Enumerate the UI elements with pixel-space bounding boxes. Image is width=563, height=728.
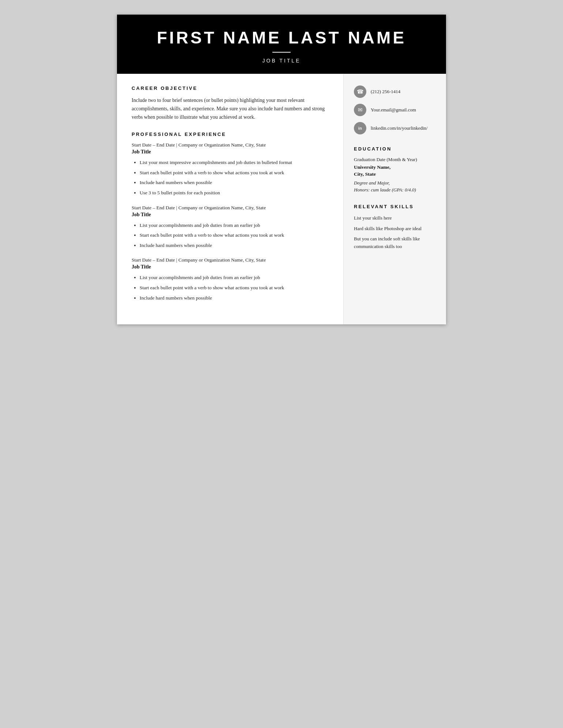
date-company-1: Start Date – End Date | Company or Organ…: [132, 142, 330, 148]
career-objective-section: CAREER OBJECTIVE Include two to four bri…: [132, 85, 330, 121]
bullet-3-2: Start each bullet point with a verb to s…: [140, 284, 330, 292]
bullet-1-2: Start each bullet point with a verb to s…: [140, 169, 330, 177]
bullet-3-1: List your accomplishments and job duties…: [140, 274, 330, 282]
header-divider: [272, 52, 291, 53]
experience-title: PROFESSIONAL EXPERIENCE: [132, 132, 330, 137]
phone-icon: ☎: [354, 85, 366, 98]
education-title: EDUCATION: [354, 146, 436, 152]
education-section: EDUCATION Graduation Date (Month & Year)…: [354, 146, 436, 194]
career-objective-title: CAREER OBJECTIVE: [132, 85, 330, 91]
skill-item-2: Hard skills like Photoshop are ideal: [354, 225, 436, 233]
bullet-2-2: Start each bullet point with a verb to s…: [140, 231, 330, 239]
experience-entry-3: Start Date – End Date | Company or Organ…: [132, 257, 330, 302]
email-text: Your.email@gmail.com: [371, 107, 416, 113]
bullet-1-3: Include hard numbers when possible: [140, 179, 330, 187]
resume-page: FIRST NAME LAST NAME JOB TITLE CAREER OB…: [117, 15, 446, 324]
grad-date: Graduation Date (Month & Year): [354, 157, 436, 163]
bullets-1: List your most impressive accomplishment…: [140, 159, 330, 197]
date-company-3: Start Date – End Date | Company or Organ…: [132, 257, 330, 263]
linkedin-icon: in: [354, 122, 366, 134]
right-column: ☎ (212) 256-1414 ✉ Your.email@gmail.com …: [344, 74, 446, 324]
bullet-2-1: List your accomplishments and job duties…: [140, 221, 330, 229]
skills-section: RELEVANT SKILLS List your skills here Ha…: [354, 204, 436, 251]
university-name: University Name, City, State: [354, 164, 436, 178]
resume-body: CAREER OBJECTIVE Include two to four bri…: [117, 74, 446, 324]
bullet-1-4: Use 3 to 5 bullet points for each positi…: [140, 189, 330, 197]
full-name: FIRST NAME LAST NAME: [132, 28, 431, 47]
resume-header: FIRST NAME LAST NAME JOB TITLE: [117, 15, 446, 74]
contact-phone: ☎ (212) 256-1414: [354, 85, 436, 98]
job-title-entry-2: Job Title: [132, 212, 330, 218]
experience-entry-2: Start Date – End Date | Company or Organ…: [132, 205, 330, 249]
linkedin-text: linkedin.com/in/yourlinkedin/: [371, 125, 428, 131]
bullet-3-3: Include hard numbers when possible: [140, 294, 330, 302]
bullets-2: List your accomplishments and job duties…: [140, 221, 330, 249]
skills-title: RELEVANT SKILLS: [354, 204, 436, 209]
skill-item-1: List your skills here: [354, 214, 436, 222]
email-icon: ✉: [354, 104, 366, 116]
experience-section: PROFESSIONAL EXPERIENCE Start Date – End…: [132, 132, 330, 302]
contact-email: ✉ Your.email@gmail.com: [354, 104, 436, 116]
bullets-3: List your accomplishments and job duties…: [140, 274, 330, 302]
bullet-2-3: Include hard numbers when possible: [140, 241, 330, 249]
left-column: CAREER OBJECTIVE Include two to four bri…: [117, 74, 344, 324]
career-objective-text: Include two to four brief sentences (or …: [132, 96, 330, 121]
bullet-1-1: List your most impressive accomplishment…: [140, 159, 330, 167]
header-job-title: JOB TITLE: [132, 58, 431, 64]
phone-text: (212) 256-1414: [371, 89, 400, 95]
contact-section: ☎ (212) 256-1414 ✉ Your.email@gmail.com …: [354, 85, 436, 134]
experience-entry-1: Start Date – End Date | Company or Organ…: [132, 142, 330, 197]
degree-info: Degree and Major, Honors: cum laude (GPA…: [354, 179, 436, 194]
date-company-2: Start Date – End Date | Company or Organ…: [132, 205, 330, 211]
contact-linkedin: in linkedin.com/in/yourlinkedin/: [354, 122, 436, 134]
job-title-entry-3: Job Title: [132, 264, 330, 270]
job-title-entry-1: Job Title: [132, 149, 330, 155]
skill-item-3: But you can include soft skills like com…: [354, 235, 436, 251]
